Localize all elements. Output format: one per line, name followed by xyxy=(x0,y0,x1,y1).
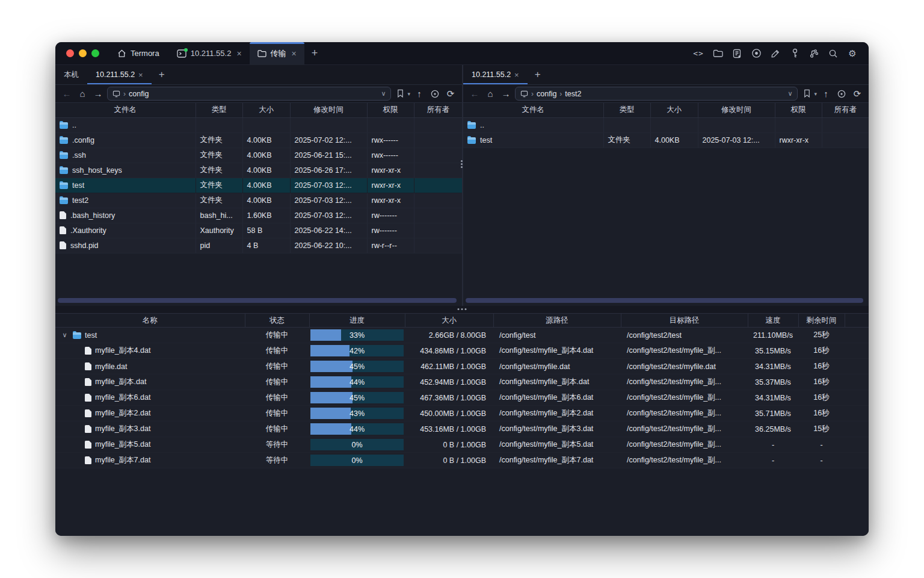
column-header[interactable]: 所有者 xyxy=(414,103,462,117)
file-row[interactable]: .bash_history bash_hi... 1.60KB 2025-07-… xyxy=(55,208,462,223)
bookmark-icon[interactable] xyxy=(393,87,407,101)
column-header[interactable]: 进度 xyxy=(309,314,405,328)
right-file-table: 文件名类型大小修改时间权限所有者 .. xyxy=(463,103,869,306)
breadcrumb-segment[interactable]: config xyxy=(129,90,149,98)
minimize-window-button[interactable] xyxy=(79,49,87,57)
transfer-row[interactable]: myfile_副本.dat 传输中 44% 452.94MB / 1.00GB … xyxy=(55,374,869,390)
tab-session[interactable]: 10.211.55.2 × xyxy=(169,42,250,64)
close-icon[interactable]: × xyxy=(138,70,143,79)
column-header[interactable]: 类型 xyxy=(196,103,242,117)
transfer-row[interactable]: myfile_副本5.dat 等待中 0% 0 B / 1.00GB /conf… xyxy=(55,437,869,453)
back-icon[interactable]: ← xyxy=(60,87,73,101)
edit-icon[interactable] xyxy=(769,47,782,60)
show-hidden-icon[interactable] xyxy=(428,87,442,101)
chevron-down-icon[interactable]: ∨ xyxy=(381,90,386,98)
column-header[interactable]: 所有者 xyxy=(822,103,869,117)
transfer-name: myfile_副本4.dat xyxy=(95,346,150,356)
new-connection-button[interactable]: + xyxy=(528,65,548,84)
column-header[interactable]: 名称 xyxy=(55,314,245,328)
bookmark-icon[interactable] xyxy=(800,87,813,101)
bookmark-dropdown-icon[interactable]: ▾ xyxy=(407,91,410,97)
transfer-speed: - xyxy=(748,437,798,453)
column-header[interactable] xyxy=(845,314,869,328)
keychain-icon[interactable] xyxy=(807,47,821,60)
column-header[interactable]: 剩余时间 xyxy=(798,314,845,328)
file-row[interactable]: .config 文件夹 4.00KB 2025-07-02 12:... rwx… xyxy=(55,132,462,148)
chevron-down-icon[interactable]: ∨ xyxy=(787,90,792,98)
file-row[interactable]: .. xyxy=(463,117,869,132)
close-tab-icon[interactable]: × xyxy=(236,49,241,58)
column-header[interactable]: 大小 xyxy=(242,103,290,117)
close-window-button[interactable] xyxy=(66,49,74,57)
column-header[interactable]: 权限 xyxy=(367,103,414,117)
subtab-session[interactable]: 10.211.55.2 × xyxy=(463,65,528,84)
terminal-icon xyxy=(177,49,186,58)
column-header[interactable]: 修改时间 xyxy=(290,103,367,117)
search-icon[interactable] xyxy=(827,47,840,60)
column-header[interactable]: 类型 xyxy=(603,103,650,117)
transfer-row[interactable]: myfile_副本7.dat 等待中 0% 0 B / 1.00GB /conf… xyxy=(55,453,869,468)
file-row[interactable]: .. xyxy=(55,117,462,132)
transfer-row[interactable]: myfile_副本6.dat 传输中 45% 467.36MB / 1.00GB… xyxy=(55,390,869,406)
column-header[interactable]: 权限 xyxy=(775,103,822,117)
transfer-row[interactable]: myfile_副本4.dat 传输中 42% 434.86MB / 1.00GB… xyxy=(55,343,869,359)
column-header[interactable]: 源路径 xyxy=(493,314,621,328)
path-input[interactable]: ›config ∨ xyxy=(107,87,391,101)
column-header[interactable]: 状态 xyxy=(245,314,309,328)
path-input[interactable]: ›config›test2 ∨ xyxy=(515,87,798,101)
new-tab-button[interactable]: + xyxy=(304,42,325,64)
transfer-row[interactable]: myfile_副本2.dat 传输中 43% 450.00MB / 1.00GB… xyxy=(55,406,869,421)
maximize-window-button[interactable] xyxy=(91,49,99,57)
close-tab-icon[interactable]: × xyxy=(292,49,297,58)
home-icon[interactable]: ⌂ xyxy=(76,87,89,101)
horizontal-splitter[interactable] xyxy=(55,306,869,313)
column-header[interactable]: 修改时间 xyxy=(698,103,775,117)
refresh-icon[interactable]: ⟳ xyxy=(444,87,457,101)
breadcrumb-segment[interactable]: test2 xyxy=(565,90,581,98)
column-header[interactable]: 大小 xyxy=(650,103,698,117)
back-icon[interactable]: ← xyxy=(468,87,481,101)
column-header[interactable]: 文件名 xyxy=(55,103,196,117)
tab-home[interactable]: Termora xyxy=(108,42,169,64)
code-icon[interactable]: <> xyxy=(692,47,705,60)
forward-icon[interactable]: → xyxy=(91,87,105,101)
breadcrumb-segment[interactable]: config xyxy=(537,90,556,98)
tab-transfer[interactable]: 传输 × xyxy=(250,42,304,64)
bookmark-dropdown-icon[interactable]: ▾ xyxy=(814,91,817,97)
folder-icon[interactable] xyxy=(711,47,724,60)
new-connection-button[interactable]: + xyxy=(152,65,172,84)
file-row[interactable]: .Xauthority Xauthority 58 B 2025-06-22 1… xyxy=(55,223,462,238)
key-icon[interactable] xyxy=(788,47,801,60)
horizontal-scrollbar[interactable] xyxy=(58,298,457,303)
expand-chevron-icon[interactable]: ∨ xyxy=(60,331,69,339)
show-hidden-icon[interactable] xyxy=(835,87,848,101)
home-icon[interactable]: ⌂ xyxy=(484,87,497,101)
file-perm xyxy=(775,117,822,132)
horizontal-scrollbar[interactable] xyxy=(466,298,863,303)
column-header[interactable]: 大小 xyxy=(405,314,493,328)
file-row[interactable]: test 文件夹 4.00KB 2025-07-03 12:... rwxr-x… xyxy=(463,132,869,148)
close-icon[interactable]: × xyxy=(514,70,519,79)
transfer-row[interactable]: ∨test 传输中 33% 2.66GB / 8.00GB /config/te… xyxy=(55,328,869,343)
file-row[interactable]: sshd.pid pid 4 B 2025-06-22 10:... rw-r-… xyxy=(55,238,462,253)
column-header[interactable]: 目标路径 xyxy=(621,314,748,328)
logs-icon[interactable] xyxy=(730,47,744,60)
forward-icon[interactable]: → xyxy=(499,87,513,101)
column-header[interactable]: 文件名 xyxy=(463,103,603,117)
file-row[interactable]: ssh_host_keys 文件夹 4.00KB 2025-06-26 17:.… xyxy=(55,163,462,178)
record-icon[interactable] xyxy=(750,47,763,60)
subtab-session[interactable]: 10.211.55.2 × xyxy=(87,65,152,84)
file-row[interactable]: test 文件夹 4.00KB 2025-07-03 12:... rwxr-x… xyxy=(55,178,462,193)
file-type-icon xyxy=(60,197,68,204)
left-panel-toolbar: ← ⌂ → ›config ∨ ▾ ↑ ⟳ xyxy=(55,85,462,103)
file-row[interactable]: test2 文件夹 4.00KB 2025-07-03 12:... rwxr-… xyxy=(55,193,462,208)
upload-icon[interactable]: ↑ xyxy=(819,87,833,101)
transfer-row[interactable]: myfile.dat 传输中 45% 462.11MB / 1.00GB /co… xyxy=(55,359,869,374)
transfer-row[interactable]: myfile_副本3.dat 传输中 44% 453.16MB / 1.00GB… xyxy=(55,421,869,437)
file-row[interactable]: .ssh 文件夹 4.00KB 2025-06-21 15:... rwx---… xyxy=(55,148,462,163)
upload-icon[interactable]: ↑ xyxy=(413,87,426,101)
column-header[interactable]: 速度 xyxy=(748,314,798,328)
subtab-local[interactable]: 本机 xyxy=(55,65,87,84)
refresh-icon[interactable]: ⟳ xyxy=(851,87,864,101)
settings-icon[interactable]: ⚙ xyxy=(846,47,859,60)
